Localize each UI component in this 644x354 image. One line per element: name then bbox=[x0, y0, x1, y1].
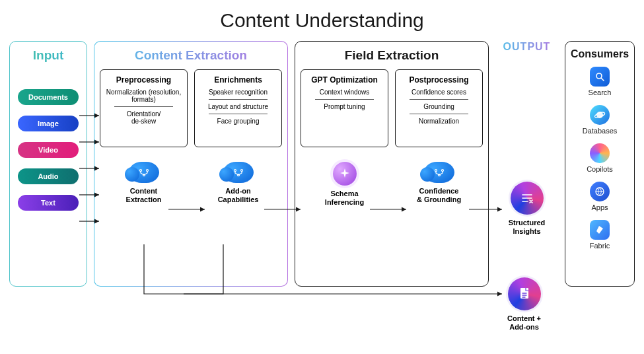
output-content-addons-label: Content + Add-ons bbox=[493, 314, 555, 332]
consumer-apps: Apps bbox=[590, 182, 610, 211]
output-column: OUTPUT Structured Insights bbox=[495, 41, 558, 287]
gpt-line-1: Prompt tuning bbox=[306, 103, 382, 110]
search-icon bbox=[590, 67, 610, 87]
input-pill-text: Text bbox=[18, 195, 79, 211]
input-pill-documents: Documents bbox=[18, 89, 79, 105]
consumer-search-label: Search bbox=[589, 88, 612, 96]
content-extraction-panel: Content Extraction Preprocessing Normali… bbox=[94, 41, 288, 287]
post-line-1: Grounding bbox=[401, 103, 477, 110]
field-extraction-title: Field Extraction bbox=[301, 48, 483, 63]
insights-icon bbox=[511, 182, 544, 215]
preprocessing-line-1: Orientation/ de-skew bbox=[106, 110, 182, 125]
consumer-apps-label: Apps bbox=[591, 203, 608, 211]
output-structured-insights: Structured Insights bbox=[495, 182, 558, 236]
consumer-fabric: Fabric bbox=[590, 220, 610, 250]
input-pill-video: Video bbox=[18, 142, 79, 158]
content-extraction-title: Content Extraction bbox=[100, 48, 282, 63]
node-content-extraction: Content Extraction bbox=[100, 162, 188, 204]
consumer-search: Search bbox=[589, 67, 612, 96]
document-icon bbox=[508, 277, 541, 310]
consumer-fabric-label: Fabric bbox=[590, 242, 610, 250]
gpt-optimization-title: GPT Optimization bbox=[306, 75, 382, 85]
consumer-copilots: Copilots bbox=[587, 143, 613, 173]
field-extraction-panel: Field Extraction GPT Optimization Contex… bbox=[295, 41, 489, 287]
input-pill-audio: Audio bbox=[18, 168, 79, 184]
fabric-icon bbox=[590, 220, 610, 240]
input-panel: Input Documents Image Video Audio Text bbox=[9, 41, 87, 287]
consumer-databases-label: Databases bbox=[583, 127, 618, 135]
postprocessing-box: Postprocessing Confidence scores Groundi… bbox=[395, 69, 483, 147]
enrichments-title: Enrichments bbox=[200, 75, 276, 85]
cloud-icon bbox=[223, 162, 254, 183]
gpt-line-0: Context windows bbox=[306, 88, 382, 96]
sparkle-icon bbox=[333, 162, 357, 186]
output-structured-label: Structured Insights bbox=[495, 219, 558, 236]
input-pill-image: Image bbox=[18, 116, 79, 131]
output-title: OUTPUT bbox=[495, 41, 558, 53]
node-confidence-grounding: Confidence & Grounding bbox=[395, 162, 483, 204]
input-title: Input bbox=[15, 48, 81, 63]
node-content-extraction-label: Content Extraction bbox=[100, 187, 188, 204]
enrichments-line-0: Speaker recognition bbox=[200, 88, 276, 96]
page-title: Content Understanding bbox=[0, 0, 644, 41]
node-addon-capabilities-label: Add-on Capabilities bbox=[194, 187, 282, 204]
enrichments-line-2: Face grouping bbox=[200, 118, 276, 125]
post-line-2: Normalization bbox=[401, 118, 477, 125]
output-content-addons: Content + Add-ons bbox=[493, 277, 555, 332]
node-addon-capabilities: Add-on Capabilities bbox=[194, 162, 282, 204]
enrichments-line-1: Layout and structure bbox=[200, 103, 276, 110]
cloud-icon bbox=[424, 162, 454, 183]
planet-icon bbox=[590, 105, 610, 125]
globe-icon bbox=[590, 182, 610, 201]
copilot-icon bbox=[590, 143, 610, 163]
node-schema-inferencing-label: Schema Inferencing bbox=[301, 190, 388, 207]
consumers-panel: Consumers Search Databases Copilots bbox=[565, 41, 635, 287]
post-line-0: Confidence scores bbox=[401, 88, 477, 96]
preprocessing-box: Preprocessing Normalization (resolution,… bbox=[100, 69, 188, 147]
consumer-databases: Databases bbox=[583, 105, 618, 135]
enrichments-box: Enrichments Speaker recognition Layout a… bbox=[194, 69, 282, 147]
preprocessing-line-0: Normalization (resolution, formats) bbox=[106, 88, 182, 103]
postprocessing-title: Postprocessing bbox=[401, 75, 477, 85]
gpt-optimization-box: GPT Optimization Context windows Prompt … bbox=[301, 69, 388, 147]
consumers-title: Consumers bbox=[571, 48, 629, 60]
preprocessing-title: Preprocessing bbox=[106, 75, 182, 85]
consumer-copilots-label: Copilots bbox=[587, 165, 613, 173]
cloud-icon bbox=[129, 162, 159, 183]
node-schema-inferencing: Schema Inferencing bbox=[301, 162, 388, 207]
node-confidence-grounding-label: Confidence & Grounding bbox=[395, 187, 483, 204]
